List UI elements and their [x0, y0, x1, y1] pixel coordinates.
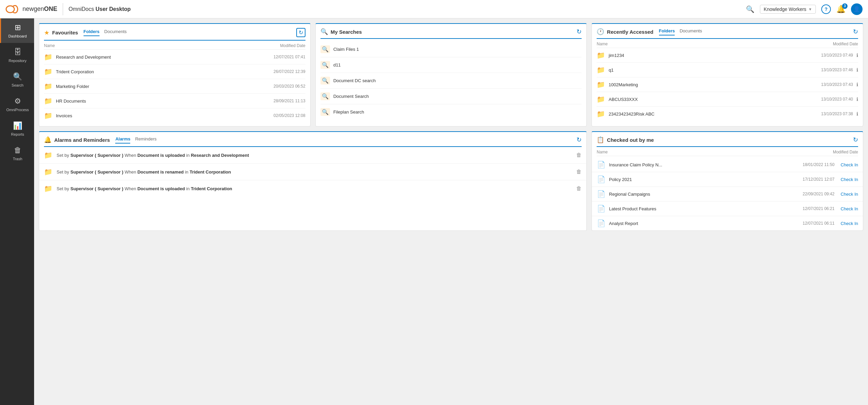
row-date: 12/07/2021 07:41 [273, 55, 305, 59]
info-icon[interactable]: ℹ [856, 111, 858, 117]
sidebar-label-repository: Repository [9, 59, 27, 63]
list-item[interactable]: 🔍 Document DC search [320, 73, 582, 89]
info-icon[interactable]: ℹ [856, 67, 858, 73]
doc-icon: 📄 [597, 190, 605, 198]
search-item-icon: 🔍 [320, 77, 330, 85]
row-name: q1 [609, 68, 818, 73]
table-row[interactable]: 📁 23423423423Risk ABC 13/10/2023 07:38 ℹ [597, 107, 858, 121]
row-name: 23423423423Risk ABC [609, 111, 818, 117]
checkin-button[interactable]: Check In [841, 206, 858, 211]
dashboard-icon: ⊞ [15, 23, 21, 32]
sidebar-item-reports[interactable]: 📊 Reports [0, 117, 34, 141]
folder-icon: 📁 [597, 51, 605, 59]
user-dropdown[interactable]: Knowledge Workers ▼ [760, 5, 816, 14]
checked-out-header: 📋 Checked out by me ↻ [592, 132, 863, 144]
sidebar-item-dashboard[interactable]: ⊞ Dashboard [0, 18, 34, 43]
info-icon[interactable]: ℹ [856, 52, 858, 58]
tab-reminders[interactable]: Reminders [135, 136, 156, 144]
alarm-delete-button[interactable]: 🗑 [576, 152, 582, 158]
alarm-folder-icon: 📁 [44, 184, 53, 193]
tab-alarms[interactable]: Alarms [115, 136, 130, 144]
col-date-label: Modified Date [280, 43, 305, 48]
my-searches-header: 🔍 My Searches ↻ [316, 24, 587, 35]
search-item-icon: 🔍 [320, 108, 330, 116]
my-searches-refresh-button[interactable]: ↻ [577, 28, 582, 35]
list-item[interactable]: 🔍 Claim Files 1 [320, 42, 582, 57]
list-item[interactable]: 🔍 Document Search [320, 89, 582, 104]
alarm-delete-button[interactable]: 🗑 [576, 185, 582, 192]
table-row[interactable]: 📁 ABCUS33XXX 13/10/2023 07:40 ℹ [597, 92, 858, 107]
sidebar-label-search: Search [12, 83, 24, 87]
search-item-label: Document Search [333, 94, 369, 99]
checkin-button[interactable]: Check In [841, 162, 858, 167]
row-date: 02/05/2023 12:08 [273, 113, 305, 118]
col-name-label: Name [44, 43, 55, 48]
help-button[interactable]: ? [821, 4, 831, 14]
checkout-date: 18/01/2022 11:50 [803, 162, 834, 167]
row-date: 28/09/2021 11:13 [273, 99, 305, 103]
alarm-delete-button[interactable]: 🗑 [576, 169, 582, 175]
sidebar-item-repository[interactable]: 🗄 Repository [0, 43, 34, 68]
checkout-name: Analyst Report [609, 221, 799, 226]
logo-text: newgenONE [23, 5, 57, 13]
tab-recent-folders[interactable]: Folders [659, 28, 675, 35]
favourites-refresh-button[interactable]: ↻ [296, 28, 305, 37]
list-item[interactable]: 🔍 Fileplan Search [320, 104, 582, 120]
alarms-refresh-button[interactable]: ↻ [577, 136, 582, 144]
table-row[interactable]: 📁 1002Marketing 13/10/2023 07:43 ℹ [597, 77, 858, 92]
sidebar-item-trash[interactable]: 🗑 Trash [0, 141, 34, 166]
folder-icon: 📁 [44, 97, 53, 105]
col-date-label: Modified Date [833, 42, 858, 46]
favourites-tabs: Folders Documents [84, 29, 127, 36]
table-row[interactable]: 📁 Research and Development 12/07/2021 07… [44, 50, 305, 64]
table-row: 📄 Policy 2021 17/12/2021 12:07 Check In [592, 172, 863, 187]
table-row[interactable]: 📁 Marketing Folder 20/03/2023 06:52 [44, 79, 305, 94]
omniprocess-icon: ⚙ [14, 97, 21, 106]
list-item: 📁 Set by Supervisor ( Supervisor ) When … [39, 180, 586, 197]
checkin-button[interactable]: Check In [841, 177, 858, 182]
folder-icon: 📁 [44, 111, 53, 120]
checkin-button[interactable]: Check In [841, 221, 858, 226]
row-date: 20/03/2023 06:52 [273, 84, 305, 89]
info-icon[interactable]: ℹ [856, 96, 858, 102]
doc-icon: 📄 [597, 161, 605, 169]
search-item-label: Document DC search [333, 78, 376, 83]
search-item-label: Fileplan Search [333, 109, 364, 115]
alarm-folder-icon: 📁 [44, 151, 53, 159]
table-row[interactable]: 📁 Invoices 02/05/2023 12:08 [44, 108, 305, 123]
notification-badge: 3 [842, 3, 848, 9]
table-row[interactable]: 📁 HR Documents 28/09/2021 11:13 [44, 94, 305, 108]
list-item: 📁 Set by Supervisor ( Supervisor ) When … [39, 164, 586, 180]
row-name: Invoices [56, 113, 270, 118]
table-row[interactable]: 📁 jim1234 13/10/2023 07:49 ℹ [597, 48, 858, 63]
layout: ⊞ Dashboard 🗄 Repository 🔍 Search ⚙ Omni… [0, 18, 868, 405]
row-name: jim1234 [609, 53, 818, 58]
logo: newgenONE [5, 3, 57, 16]
tab-favourites-documents[interactable]: Documents [104, 29, 127, 36]
sidebar-item-search[interactable]: 🔍 Search [0, 68, 34, 92]
table-row[interactable]: 📁 q1 13/10/2023 07:46 ℹ [597, 63, 858, 77]
info-icon[interactable]: ℹ [856, 82, 858, 87]
favourites-header: ★ Favourites Folders Documents ↻ [39, 24, 310, 37]
doc-icon: 📄 [597, 175, 605, 183]
favourites-title: Favourites [52, 30, 78, 35]
table-row: 📄 Insurance Claim Policy N... 18/01/2022… [592, 158, 863, 172]
checked-out-refresh-button[interactable]: ↻ [853, 136, 858, 144]
avatar[interactable]: 👤 [851, 3, 863, 15]
checked-out-title: Checked out by me [607, 137, 654, 143]
user-label: Knowledge Workers [764, 6, 806, 12]
notifications-button[interactable]: 🔔 3 [836, 5, 845, 14]
logo-icon [5, 3, 20, 16]
recently-accessed-refresh-button[interactable]: ↻ [853, 28, 858, 35]
tab-recent-documents[interactable]: Documents [679, 28, 702, 35]
global-search-icon[interactable]: 🔍 [746, 5, 754, 13]
checkin-button[interactable]: Check In [841, 192, 858, 197]
clock-icon: 🕐 [597, 28, 604, 35]
tab-favourites-folders[interactable]: Folders [84, 29, 100, 36]
recently-accessed-header: 🕐 Recently Accessed Folders Documents ↻ [592, 24, 863, 35]
row-date: 13/10/2023 07:38 [821, 111, 853, 116]
col-date-label: Modified Date [833, 150, 858, 154]
table-row[interactable]: 📁 Trident Corporation 26/07/2022 12:39 [44, 64, 305, 79]
sidebar-item-omniprocess[interactable]: ⚙ OmniProcess [0, 92, 34, 117]
list-item[interactable]: 🔍 d11 [320, 57, 582, 73]
